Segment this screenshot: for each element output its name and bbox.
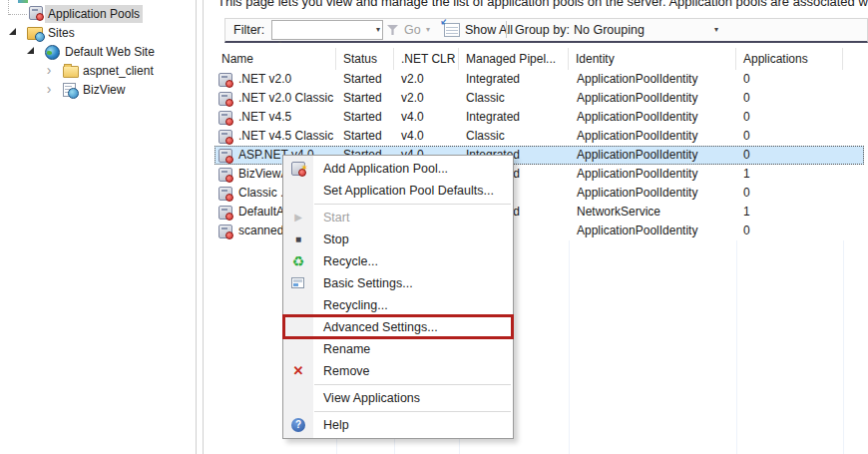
pool-clr-version: v4.0 <box>394 108 459 127</box>
pool-identity: NetworkService <box>569 203 736 222</box>
menu-item-label: Stop <box>323 232 349 246</box>
menu-item-label: View Applications <box>323 391 420 405</box>
column-header-pipeline[interactable]: Managed Pipel... <box>459 48 569 70</box>
chevron-down-icon[interactable]: ▾ <box>714 19 718 41</box>
pool-clr-version: v4.0 <box>394 127 459 146</box>
menu-item-view-applications[interactable]: View Applications <box>283 387 513 409</box>
help-icon: ? <box>291 418 305 432</box>
filter-label: Filter: <box>233 19 264 41</box>
pool-identity: ApplicationPoolIdentity <box>569 127 736 146</box>
show-all-icon <box>444 23 460 37</box>
stop-icon: ■ <box>283 228 313 250</box>
menu-item-label: Recycle... <box>323 254 378 268</box>
group-by-select[interactable]: No Grouping <box>574 19 645 41</box>
menu-item-recycle[interactable]: ♻ Recycle... <box>283 250 513 272</box>
expand-arrow-icon[interactable] <box>9 28 16 35</box>
server-node-icon-fragment <box>18 0 28 3</box>
menu-item-recycling[interactable]: Recycling... <box>283 294 513 316</box>
collapse-chevron-icon[interactable]: › <box>44 63 54 77</box>
table-row[interactable]: .NET v4.5 Classic Started v4.0 Classic A… <box>215 127 843 146</box>
menu-item-remove[interactable]: ✕ Remove <box>283 360 513 382</box>
go-dropdown-icon[interactable]: ▾ <box>426 19 430 41</box>
pool-name: .NET v2.0 <box>238 70 291 89</box>
pool-status: Started <box>336 70 394 89</box>
sidebar-item-default-web-site[interactable]: Default Web Site <box>62 43 158 61</box>
pool-applications: 1 <box>736 165 843 184</box>
filter-toolbar: Filter: ▾ Go ▾ Show All Group by: No Gro… <box>224 18 868 43</box>
grid-line <box>843 240 844 454</box>
pool-applications: 0 <box>736 127 843 146</box>
application-pool-icon <box>218 73 232 87</box>
menu-item-start: ▶ Start <box>283 207 513 228</box>
menu-item-label: Advanced Settings... <box>323 320 438 334</box>
menu-item-rename[interactable]: Rename <box>283 338 513 360</box>
chevron-down-icon[interactable]: ▾ <box>376 21 380 39</box>
connections-panel: Application Pools Sites Default Web Site… <box>0 0 196 454</box>
menu-item-label: Help <box>323 418 349 432</box>
sites-icon <box>27 27 43 40</box>
folder-icon <box>63 66 79 78</box>
pool-identity: ApplicationPoolIdentity <box>569 146 736 165</box>
pool-status: Started <box>336 108 394 127</box>
grid-line <box>569 240 570 454</box>
menu-item-stop[interactable]: ■ Stop <box>283 228 513 250</box>
add-application-pool-icon: ✶ <box>291 162 305 176</box>
pool-name: DefaultA <box>238 203 284 222</box>
filter-funnel-icon <box>387 25 398 35</box>
pool-name: Classic . <box>238 184 283 203</box>
panel-splitter[interactable] <box>203 0 204 454</box>
application-pools-icon <box>29 6 43 20</box>
menu-item-set-application-pool-defaults[interactable]: Set Application Pool Defaults... <box>283 180 513 202</box>
menu-item-basic-settings[interactable]: Basic Settings... <box>283 272 513 294</box>
pool-applications: 0 <box>736 108 843 127</box>
table-row[interactable]: .NET v2.0 Classic Started v2.0 Classic A… <box>215 89 843 108</box>
page-description: This page lets you view and manage the l… <box>217 0 868 9</box>
column-header-name[interactable]: Name <box>215 48 336 70</box>
pool-identity: ApplicationPoolIdentity <box>569 70 736 89</box>
pool-applications: 0 <box>736 89 843 108</box>
pool-name: scanned <box>238 222 283 240</box>
menu-item-help[interactable]: ? Help <box>283 414 513 436</box>
application-pool-icon <box>218 111 232 125</box>
tree-connector <box>8 0 9 15</box>
pool-clr-version: v2.0 <box>394 89 459 108</box>
tree-connector <box>9 14 27 15</box>
pool-name: BizViewA <box>238 165 288 184</box>
iis-manager-window: Application Pools Sites Default Web Site… <box>0 0 868 454</box>
go-button[interactable]: Go <box>404 19 421 41</box>
column-header-applications[interactable]: Applications <box>736 48 843 70</box>
pool-applications: 0 <box>736 70 843 89</box>
application-pool-icon <box>218 168 232 182</box>
basic-settings-icon <box>291 277 304 288</box>
filter-input[interactable]: ▾ <box>271 20 383 40</box>
sidebar-item-application-pools[interactable]: Application Pools <box>45 5 143 23</box>
pool-clr-version: v2.0 <box>394 70 459 89</box>
application-pool-icon <box>218 225 232 238</box>
column-header-clr-version[interactable]: .NET CLR V... <box>394 48 459 70</box>
expand-arrow-icon[interactable] <box>27 47 34 54</box>
application-pool-icon <box>218 130 232 144</box>
menu-item-label: Set Application Pool Defaults... <box>323 184 494 198</box>
sidebar-item-sites[interactable]: Sites <box>45 24 78 42</box>
sidebar-item-bizview[interactable]: BizView <box>80 81 128 99</box>
menu-item-advanced-settings[interactable]: Advanced Settings... <box>283 316 513 338</box>
globe-icon <box>45 45 60 60</box>
menu-separator <box>314 411 511 412</box>
application-pool-icon <box>218 206 232 220</box>
collapse-chevron-icon[interactable]: › <box>44 82 54 96</box>
pool-name: .NET v2.0 Classic <box>238 89 333 108</box>
pool-identity: ApplicationPoolIdentity <box>569 184 736 203</box>
pool-pipeline: Integrated <box>459 108 569 127</box>
menu-item-add-application-pool[interactable]: ✶ Add Application Pool... <box>283 158 513 180</box>
table-row[interactable]: .NET v4.5 Started v4.0 Integrated Applic… <box>215 108 843 127</box>
context-menu: ✶ Add Application Pool... Set Applicatio… <box>282 155 514 439</box>
column-header-identity[interactable]: Identity <box>569 48 736 70</box>
panel-splitter[interactable] <box>196 0 197 454</box>
table-row[interactable]: .NET v2.0 Started v2.0 Integrated Applic… <box>215 70 843 89</box>
pool-pipeline: Integrated <box>459 70 569 89</box>
start-icon: ▶ <box>283 207 313 228</box>
pool-applications: 0 <box>736 222 843 240</box>
column-header-status[interactable]: Status <box>336 48 394 70</box>
sidebar-item-aspnet-client[interactable]: aspnet_client <box>80 62 157 80</box>
pool-applications: 0 <box>736 146 843 165</box>
